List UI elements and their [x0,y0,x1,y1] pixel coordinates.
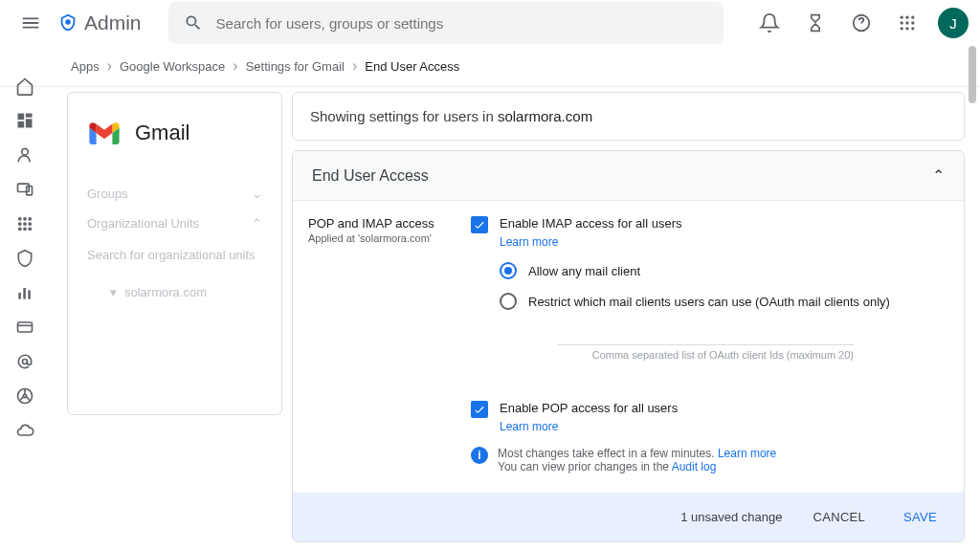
chevron-right-icon: › [352,57,357,75]
rail-devices[interactable] [13,178,36,201]
rail-apps[interactable] [13,212,36,235]
apps-grid-icon [898,13,917,33]
svg-point-19 [23,217,27,221]
pop-learn-more-link[interactable]: Learn more [500,420,945,433]
steering-icon [15,386,34,406]
rail-billing[interactable] [13,316,36,339]
cloud-icon [15,421,34,440]
svg-point-20 [28,217,32,221]
crumb-gmail[interactable]: Settings for Gmail [246,59,345,74]
svg-point-6 [905,21,908,24]
notifications-button[interactable] [750,4,789,42]
content: Gmail Groups⌄ Organizational Units⌃ Sear… [67,92,965,542]
at-icon [15,352,34,371]
crumb-apps[interactable]: Apps [71,59,100,74]
save-button[interactable]: SAVE [896,504,945,530]
radio-restrict[interactable] [500,293,517,310]
svg-rect-11 [18,114,25,121]
ou-panel: Gmail Groups⌄ Organizational Units⌃ Sear… [67,92,282,415]
svg-rect-27 [18,293,21,299]
svg-point-23 [28,222,32,226]
svg-rect-14 [18,121,25,128]
imap-enable-checkbox[interactable] [471,216,488,233]
admin-logo-icon [57,12,78,33]
pop-enable-checkbox[interactable] [471,401,488,418]
svg-rect-29 [28,291,31,299]
setting-title: POP and IMAP access [308,216,452,231]
cancel-button[interactable]: CANCEL [806,504,874,530]
main-menu-button[interactable] [11,4,50,42]
app-title: Admin [84,11,142,34]
chevron-up-icon: ⌃ [932,166,945,185]
info-icon: i [471,447,488,464]
check-icon [473,403,486,416]
svg-rect-12 [26,114,33,118]
groups-header[interactable]: Groups⌄ [87,179,262,209]
oauth-clients-input[interactable] [557,323,854,345]
apps-button[interactable] [888,4,926,42]
ou-search[interactable]: Search for organizational units [87,238,262,272]
chart-icon [15,283,34,302]
rail-security[interactable] [13,247,36,270]
imap-learn-more-link[interactable]: Learn more [500,235,945,249]
hamburger-icon [20,12,41,33]
apps-icon [16,215,33,232]
check-icon [473,218,486,231]
tasks-button[interactable] [796,4,835,42]
svg-point-33 [23,394,26,397]
svg-rect-13 [26,119,33,127]
scrollbar[interactable] [969,46,978,550]
dashboard-icon [15,111,34,130]
ou-header[interactable]: Organizational Units⌃ [87,209,262,238]
search-bar[interactable] [168,2,724,44]
topbar: Admin J [0,0,980,46]
rail-account[interactable] [13,350,36,373]
radio-allow-any[interactable] [500,262,517,279]
svg-rect-28 [23,288,26,299]
crumb-workspace[interactable]: Google Workspace [120,59,225,74]
crumb-current: End User Access [365,59,459,74]
logo[interactable]: Admin [57,11,142,34]
svg-point-2 [901,16,903,19]
end-user-access-section: End User Access ⌃ POP and IMAP access Ap… [292,150,965,542]
svg-point-10 [911,27,914,30]
imap-enable-label: Enable IMAP access for all users [500,216,682,231]
svg-point-0 [65,19,71,24]
avatar[interactable]: J [938,8,969,38]
svg-point-26 [28,227,32,231]
breadcrumb: Apps› Google Workspace› Settings for Gma… [0,46,980,87]
rail-reports[interactable] [13,281,36,304]
rail-storage[interactable] [13,419,36,442]
card-icon [15,318,34,337]
ou-root[interactable]: ▾solarmora.com [87,285,262,299]
help-button[interactable] [842,4,880,42]
rail-home[interactable] [13,75,36,98]
pop-enable-label: Enable POP access for all users [500,401,678,415]
unsaved-changes-text: 1 unsaved change [680,510,782,524]
search-input[interactable] [216,15,708,32]
page-title: Gmail [135,121,189,145]
home-icon [15,77,34,96]
chevron-right-icon: › [107,57,112,75]
gmail-icon [87,116,122,150]
shield-icon [15,249,34,268]
info-learn-more-link[interactable]: Learn more [718,447,776,460]
svg-point-25 [23,227,27,231]
rail-users[interactable] [13,143,36,166]
oauth-hint: Comma separated list of OAuth client Ids… [557,349,854,361]
svg-point-24 [18,227,22,231]
scroll-thumb[interactable] [969,46,976,103]
svg-point-9 [905,27,908,30]
rail-rules[interactable] [13,385,36,407]
section-header[interactable]: End User Access ⌃ [293,151,964,201]
scope-banner: Showing settings for users in solarmora.… [292,92,965,141]
svg-point-8 [901,27,903,30]
nav-rail [0,46,50,550]
user-icon [15,145,34,165]
audit-log-link[interactable]: Audit log [672,460,717,473]
chevron-up-icon: ⌃ [252,216,262,231]
rail-dashboard[interactable] [13,109,36,132]
bell-icon [759,12,780,33]
devices-icon [15,180,34,199]
help-icon [851,12,872,33]
